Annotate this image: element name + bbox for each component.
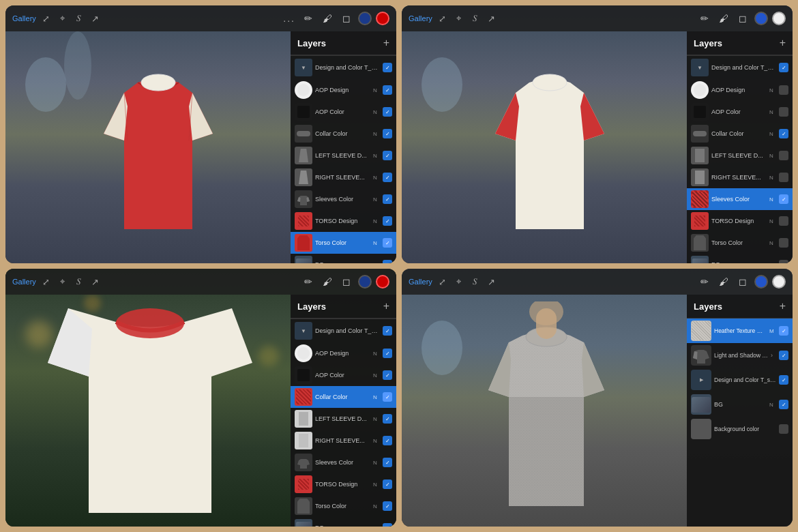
layer-item[interactable]: Light and Shadow T_S... ›	[687, 343, 793, 368]
pencil-icon-3[interactable]: ✏	[301, 274, 316, 289]
layer-vis[interactable]	[383, 129, 392, 138]
layer-vis[interactable]	[383, 151, 392, 160]
layer-vis[interactable]	[779, 260, 788, 263]
layer-item[interactable]: AOP Color N	[291, 364, 396, 386]
layer-vis[interactable]	[383, 523, 392, 527]
brush-icon-3[interactable]: 🖌	[320, 274, 335, 289]
layer-item[interactable]: Collar Color N	[291, 123, 396, 145]
lasso-icon-1[interactable]: ⌖	[57, 12, 69, 25]
layer-vis[interactable]	[383, 107, 392, 117]
layer-item-selected[interactable]: Collar Color N	[291, 386, 396, 408]
lasso-icon-2[interactable]: ⌖	[453, 12, 465, 25]
gallery-btn-2[interactable]: Gallery	[409, 14, 432, 23]
layer-item-selected[interactable]: Torso Color N	[291, 232, 396, 254]
layer-vis[interactable]	[383, 436, 392, 445]
gallery-btn-3[interactable]: Gallery	[12, 278, 36, 286]
layer-vis[interactable]	[383, 501, 392, 511]
group-vis-1[interactable]	[383, 63, 392, 72]
layer-item[interactable]: LEFT SLEEVE D... N	[291, 145, 396, 166]
layer-group-2[interactable]: ▼ Design and Color T_shirt	[687, 55, 793, 79]
layer-vis[interactable]	[779, 173, 788, 182]
gallery-btn-1[interactable]: Gallery	[12, 14, 36, 23]
lasso-icon-4[interactable]: ⌖	[453, 276, 465, 288]
lasso-icon-3[interactable]: ⌖	[57, 276, 69, 288]
layer-item[interactable]: BG N	[291, 517, 396, 527]
arrow-icon-3[interactable]: ↗	[89, 276, 102, 288]
layer-item-selected[interactable]: Sleeves Color N	[687, 188, 793, 210]
close-btn-3[interactable]	[376, 275, 389, 289]
close-btn-1[interactable]	[376, 12, 389, 25]
close-btn-4[interactable]	[772, 275, 786, 289]
smudge-icon-1[interactable]: ◻	[339, 11, 354, 26]
layer-item[interactable]: Collar Color N	[687, 123, 793, 145]
transform-icon-3[interactable]: ⤢	[40, 276, 53, 288]
dot-menu-1[interactable]: ...	[283, 13, 295, 24]
adjust-icon-1[interactable]: 𝑆	[73, 12, 85, 25]
layer-vis[interactable]	[779, 424, 788, 434]
layer-vis[interactable]	[779, 375, 788, 385]
layer-vis[interactable]	[383, 173, 392, 182]
layer-vis[interactable]	[779, 107, 788, 117]
layer-item[interactable]: RIGHT SLEEVE... N	[687, 166, 793, 188]
layer-item[interactable]: AOP Color N	[291, 101, 396, 123]
layer-vis[interactable]	[383, 85, 392, 95]
layer-item[interactable]: Sleeves Color N	[291, 452, 396, 473]
transform-icon-2[interactable]: ⤢	[437, 12, 449, 25]
layer-item[interactable]: BG N	[687, 392, 793, 417]
layer-group-1[interactable]: ▼ Design and Color T_shirt	[291, 55, 396, 79]
arrow-icon-4[interactable]: ↗	[486, 276, 498, 288]
add-layer-btn-2[interactable]: +	[780, 37, 786, 49]
layer-item[interactable]: Background color	[687, 417, 793, 441]
layer-vis[interactable]	[779, 326, 788, 336]
layer-item[interactable]: ▶ Design and Color T_shirt	[687, 368, 793, 392]
smudge-icon-4[interactable]: ◻	[735, 274, 750, 289]
layer-vis[interactable]	[383, 194, 392, 204]
pencil-icon-2[interactable]: ✏	[697, 11, 712, 26]
adjust-icon-2[interactable]: 𝑆	[469, 12, 482, 25]
layer-item[interactable]: LEFT SLEEVE D... N	[687, 145, 793, 166]
layer-item[interactable]: RIGHT SLEEVE... N	[291, 430, 396, 452]
layer-item[interactable]: AOP Design N	[291, 79, 396, 101]
layer-vis[interactable]	[779, 216, 788, 226]
color-swatch-2[interactable]	[754, 12, 768, 25]
brush-icon-4[interactable]: 🖌	[716, 274, 731, 289]
layer-vis[interactable]	[383, 370, 392, 380]
color-swatch-4[interactable]	[754, 275, 768, 289]
smudge-icon-3[interactable]: ◻	[339, 274, 354, 289]
layer-vis[interactable]	[779, 238, 788, 248]
layer-item[interactable]: TORSO Design N	[687, 210, 793, 232]
layer-vis[interactable]	[779, 85, 788, 95]
add-layer-btn-4[interactable]: +	[780, 300, 786, 312]
layer-item[interactable]: Torso Color N	[687, 232, 793, 254]
arrow-icon-2[interactable]: ↗	[486, 12, 498, 25]
layer-item[interactable]: BG N	[291, 254, 396, 263]
layer-item[interactable]: Torso Color N	[291, 495, 396, 517]
layer-item[interactable]: BG N	[687, 254, 793, 263]
pencil-icon-1[interactable]: ✏	[301, 11, 316, 26]
layer-item[interactable]: TORSO Design N	[291, 210, 396, 232]
adjust-icon-4[interactable]: 𝑆	[469, 276, 482, 288]
layer-item[interactable]: LEFT SLEEVE D... N	[291, 408, 396, 430]
pencil-icon-4[interactable]: ✏	[697, 274, 712, 289]
layer-vis[interactable]	[383, 260, 392, 263]
layer-item[interactable]: AOP Color N	[687, 101, 793, 123]
smudge-icon-2[interactable]: ◻	[735, 11, 750, 26]
group-vis-3[interactable]	[383, 326, 392, 336]
layer-item[interactable]: TORSO Design N	[291, 473, 396, 495]
arrow-icon-1[interactable]: ↗	[89, 12, 102, 25]
layer-item[interactable]: RIGHT SLEEVE... N	[291, 166, 396, 188]
add-layer-btn-3[interactable]: +	[383, 300, 389, 312]
layer-vis[interactable]	[779, 194, 788, 204]
brush-icon-1[interactable]: 🖌	[320, 11, 335, 26]
color-swatch-1[interactable]	[358, 12, 372, 25]
layer-vis[interactable]	[383, 216, 392, 226]
layer-group-3[interactable]: ▼ Design and Color T_shirt	[291, 319, 396, 342]
layer-vis[interactable]	[383, 349, 392, 358]
layer-vis[interactable]	[779, 400, 788, 409]
layer-item[interactable]: AOP Design N	[291, 342, 396, 364]
group-vis-2[interactable]	[779, 63, 788, 72]
layer-item[interactable]: Sleeves Color N	[291, 188, 396, 210]
transform-icon-1[interactable]: ⤢	[40, 12, 53, 25]
color-swatch-3[interactable]	[358, 275, 372, 289]
transform-icon-4[interactable]: ⤢	[437, 276, 449, 288]
